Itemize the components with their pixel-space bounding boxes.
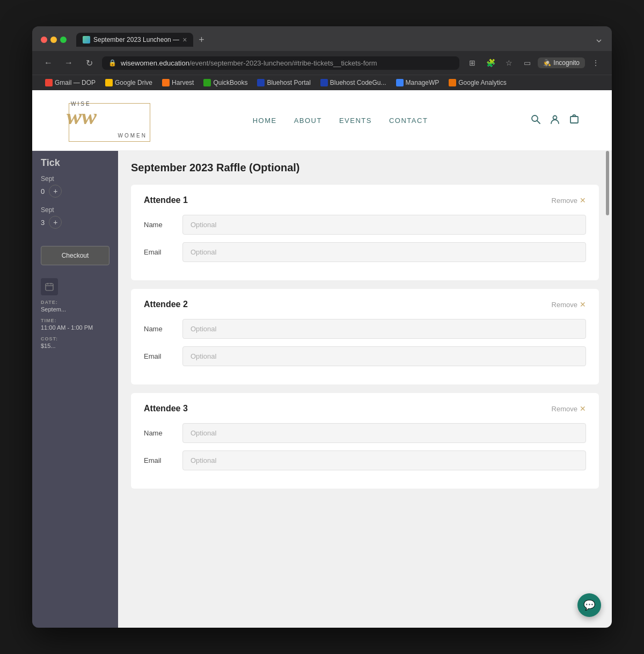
- tickets-heading: Tick: [41, 157, 109, 169]
- nav-home[interactable]: HOME: [253, 117, 277, 125]
- bookmark-quickbooks[interactable]: QuickBooks: [199, 77, 252, 88]
- address-path: /event/september-2023-luncheon/#tribe-ti…: [189, 59, 377, 67]
- nav-events[interactable]: EVENTS: [339, 117, 372, 125]
- svg-line-1: [537, 121, 540, 123]
- remove-1-label: Remove: [552, 197, 577, 205]
- remove-3-label: Remove: [552, 405, 577, 413]
- svg-point-0: [532, 115, 538, 121]
- attendee-header-2: Attendee 2 Remove ✕: [144, 300, 586, 309]
- nav-contact[interactable]: CONTACT: [389, 117, 428, 125]
- scroll-thumb[interactable]: [606, 151, 609, 215]
- bookmark-bluehost[interactable]: Bluehost Portal: [253, 77, 314, 88]
- bookmark-star-button[interactable]: ☆: [501, 55, 516, 70]
- address-text: wisewomen.education/event/september-2023…: [121, 59, 377, 67]
- quickbooks-favicon: [203, 79, 211, 86]
- remove-attendee-2-button[interactable]: Remove ✕: [552, 300, 586, 309]
- date-value: Septem...: [41, 306, 109, 313]
- remove-attendee-3-button[interactable]: Remove ✕: [552, 404, 586, 413]
- bookmark-harvest[interactable]: Harvest: [158, 77, 198, 88]
- cost-value: $15...: [41, 343, 109, 349]
- page-content: WISE ww WOMEN HOME ABOUT EVENTS CONTACT: [32, 90, 612, 628]
- email-label-3: Email: [144, 456, 176, 464]
- maximize-traffic-light[interactable]: [60, 37, 67, 43]
- attendee-2-email-input[interactable]: [182, 346, 586, 366]
- address-bar[interactable]: 🔒 wisewomen.education/event/september-20…: [102, 56, 459, 70]
- attendee-3-title: Attendee 3: [144, 404, 188, 413]
- remove-2-x-icon: ✕: [580, 300, 586, 309]
- ticket-increment-1[interactable]: +: [49, 185, 62, 198]
- grid-icon-button[interactable]: ⊞: [465, 55, 480, 70]
- window-controls-icon: [595, 34, 603, 43]
- address-domain: wisewomen.education: [121, 59, 189, 67]
- attendee-1-email-input[interactable]: [182, 242, 586, 262]
- reader-view-button[interactable]: ▭: [519, 55, 535, 70]
- remove-2-label: Remove: [552, 301, 577, 309]
- browser-titlebar: September 2023 Luncheon — × +: [32, 26, 612, 51]
- extension-icon-button[interactable]: 🧩: [483, 55, 498, 70]
- main-form-area: September 2023 Raffle (Optional) Attende…: [118, 151, 612, 628]
- attendee-1-name-field: Name: [144, 215, 586, 235]
- reload-button[interactable]: ↻: [82, 55, 97, 70]
- bookmark-bluehost2[interactable]: Bluehost CodeGu...: [316, 77, 391, 88]
- attendee-2-email-field: Email: [144, 346, 586, 366]
- logo-ww-script: ww: [67, 105, 97, 128]
- remove-1-x-icon: ✕: [580, 196, 586, 205]
- svg-point-2: [553, 115, 557, 119]
- name-label-1: Name: [144, 221, 176, 229]
- user-icon-button[interactable]: [550, 114, 560, 127]
- time-label: TIME:: [41, 318, 109, 323]
- bluehost2-label: Bluehost CodeGu...: [330, 79, 386, 86]
- forward-button[interactable]: →: [61, 55, 76, 70]
- gmail-favicon: [45, 79, 53, 86]
- harvest-label: Harvest: [172, 79, 194, 86]
- new-tab-button[interactable]: +: [195, 33, 208, 47]
- nav-icons: [530, 114, 580, 127]
- analytics-label: Google Analytics: [458, 79, 506, 86]
- ticket-name-2: Sept: [41, 206, 109, 214]
- close-traffic-light[interactable]: [41, 37, 47, 43]
- ticket-increment-2[interactable]: +: [49, 216, 62, 229]
- chat-widget[interactable]: 💬: [577, 593, 601, 617]
- site-header: WISE ww WOMEN HOME ABOUT EVENTS CONTACT: [32, 90, 612, 151]
- active-tab[interactable]: September 2023 Luncheon — ×: [76, 33, 193, 47]
- search-icon-button[interactable]: [530, 114, 541, 127]
- bookmark-gmail[interactable]: Gmail — DOP: [41, 77, 100, 88]
- nav-about[interactable]: ABOUT: [294, 117, 322, 125]
- minimize-traffic-light[interactable]: [50, 37, 57, 43]
- quickbooks-label: QuickBooks: [213, 79, 247, 86]
- email-label-2: Email: [144, 352, 176, 360]
- site-logo[interactable]: WISE ww WOMEN: [64, 99, 150, 142]
- attendee-1-email-field: Email: [144, 242, 586, 262]
- checkout-button[interactable]: Checkout: [41, 246, 109, 265]
- tab-favicon: [83, 36, 90, 43]
- scrollbar[interactable]: [605, 151, 610, 628]
- calendar-icon: [41, 278, 58, 295]
- bookmark-gdrive[interactable]: Google Drive: [101, 77, 157, 88]
- toolbar-actions: ⊞ 🧩 ☆ ▭ 🕵 Incognito ⋮: [465, 55, 603, 70]
- attendee-2-name-input[interactable]: [182, 319, 586, 339]
- attendee-3-name-field: Name: [144, 423, 586, 443]
- bookmark-analytics[interactable]: Google Analytics: [444, 77, 510, 88]
- ticket-item-2: Sept 3 +: [41, 206, 109, 229]
- more-options-button[interactable]: ⋮: [588, 55, 603, 70]
- bookmarks-bar: Gmail — DOP Google Drive Harvest QuickBo…: [32, 75, 612, 90]
- ticket-item-1: Sept 0 +: [41, 175, 109, 198]
- attendee-card-1: Attendee 1 Remove ✕ Name Email: [131, 185, 599, 280]
- cost-label: COST:: [41, 336, 109, 341]
- search-icon: [530, 114, 541, 125]
- email-label-1: Email: [144, 248, 176, 256]
- attendee-3-name-input[interactable]: [182, 423, 586, 443]
- bookmark-managewp[interactable]: ManageWP: [392, 77, 444, 88]
- svg-rect-4: [46, 284, 53, 290]
- attendee-1-name-input[interactable]: [182, 215, 586, 235]
- tab-close-button[interactable]: ×: [182, 36, 187, 43]
- ticket-counter-1: 0 +: [41, 185, 109, 198]
- attendee-3-email-input[interactable]: [182, 450, 586, 470]
- bottom-area: Tick Sept 0 + Sept 3 + Checkout: [32, 151, 612, 628]
- back-button[interactable]: ←: [41, 55, 56, 70]
- harvest-favicon: [162, 79, 170, 86]
- analytics-favicon: [449, 79, 456, 86]
- remove-attendee-1-button[interactable]: Remove ✕: [552, 196, 586, 205]
- cart-icon-button[interactable]: [569, 114, 580, 127]
- name-label-3: Name: [144, 429, 176, 437]
